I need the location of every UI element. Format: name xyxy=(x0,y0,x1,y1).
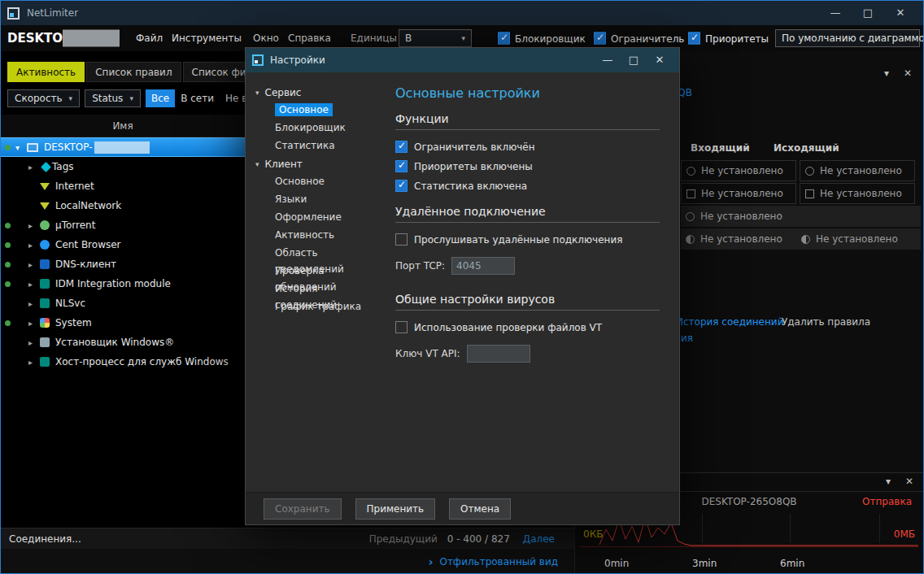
checkbox[interactable] xyxy=(395,141,408,153)
chevron-down-icon[interactable]: ▾ xyxy=(255,160,259,168)
nav-item-traffic-chart[interactable]: График трафика xyxy=(246,298,382,316)
collapse-panel-icon[interactable]: ▾ xyxy=(886,476,891,487)
nav-item-client-general[interactable]: Основное xyxy=(246,173,382,191)
netlimiter-logo-icon xyxy=(7,7,20,20)
menu-tools[interactable]: Инструменты xyxy=(172,33,242,44)
speed-dropdown[interactable]: Скорость ▾ xyxy=(7,89,80,107)
expander-right-icon[interactable]: ▸ xyxy=(28,299,40,308)
rule-cell-out[interactable]: Не установлено xyxy=(800,183,915,204)
layout-select[interactable]: По умолчанию с диаграммой ▾ xyxy=(775,29,920,47)
blocker-checkbox[interactable] xyxy=(498,33,510,45)
checkbox[interactable] xyxy=(395,160,408,172)
tree-row-tags[interactable]: ▸ Tags xyxy=(1,157,245,176)
checkbox[interactable] xyxy=(395,321,408,333)
filter-all-button[interactable]: Все xyxy=(146,89,175,107)
tree-row-svchost[interactable]: ▸ Хост-процесс для служб Windows xyxy=(1,352,245,372)
expander-right-icon[interactable]: ▸ xyxy=(28,241,40,250)
page-title: Основные настройки xyxy=(395,85,660,101)
rule-cell-in[interactable]: Не установлено xyxy=(681,160,796,181)
priorities-toggle[interactable]: Приоритеты xyxy=(688,33,769,45)
save-button[interactable]: Сохранить xyxy=(264,498,342,520)
tree-row-dns-client[interactable]: ▸ DNS-клиент xyxy=(1,254,245,274)
status-dropdown[interactable]: Status ▾ xyxy=(85,89,141,107)
connection-history-link[interactable]: История соединений xyxy=(676,316,783,328)
nav-item-languages[interactable]: Языки xyxy=(246,191,382,209)
delete-rules-link[interactable]: Удалить правила xyxy=(782,316,870,328)
units-select[interactable]: В ▾ xyxy=(399,29,472,47)
vt-key-input[interactable] xyxy=(467,345,530,363)
cancel-button[interactable]: Отмена xyxy=(449,498,511,520)
filter-online-button[interactable]: В сети xyxy=(175,89,220,107)
nav-item-updates[interactable]: Проверка обновлений xyxy=(246,263,382,280)
expander-down-icon[interactable]: ▾ xyxy=(15,143,27,152)
nav-item-blocker[interactable]: Блокировщик xyxy=(246,120,382,137)
priorities-enabled-row[interactable]: Приоритеты включены xyxy=(395,159,660,174)
checkbox[interactable] xyxy=(395,233,408,246)
close-panel-icon[interactable]: ✕ xyxy=(904,67,912,79)
apply-button[interactable]: Применить xyxy=(355,498,436,520)
nav-group-client[interactable]: ▾ Клиент xyxy=(246,155,382,173)
blocker-toggle[interactable]: Блокировщик xyxy=(498,33,586,45)
expander-right-icon[interactable]: ▸ xyxy=(28,338,40,347)
nav-item-connection-history[interactable]: История соединений xyxy=(246,280,382,298)
limiter-checkbox[interactable] xyxy=(594,33,606,45)
dialog-close-button[interactable]: ✕ xyxy=(647,48,673,72)
nav-item-stats[interactable]: Статистика xyxy=(246,137,382,155)
nav-group-service[interactable]: ▾ Сервис xyxy=(246,84,382,102)
checkbox[interactable] xyxy=(395,180,408,192)
dialog-titlebar[interactable]: Настройки — □ ✕ xyxy=(246,48,679,72)
tab-rule-list[interactable]: Список правил xyxy=(86,62,181,82)
tree-row-cent-browser[interactable]: ▸ Cent Browser xyxy=(1,235,245,254)
rule-cell-in[interactable]: Не установлено xyxy=(681,183,796,204)
menu-file[interactable]: Файл xyxy=(136,33,163,44)
close-panel-icon[interactable]: ✕ xyxy=(905,476,913,487)
expander-right-icon[interactable]: ▸ xyxy=(28,163,40,172)
tree-row-internet[interactable]: Internet xyxy=(1,176,245,196)
dialog-maximize-button[interactable]: □ xyxy=(621,48,647,72)
tree-row-system[interactable]: ▸ System xyxy=(1,313,245,333)
listen-remote-row[interactable]: Прослушивать удалённые подключения xyxy=(395,232,660,247)
limiter-toggle[interactable]: Ограничитель xyxy=(594,33,684,45)
filtered-view-link[interactable]: Отфильтрованный вид xyxy=(439,556,558,567)
tree-row-utorrent[interactable]: ▸ µTorrent xyxy=(1,215,245,235)
menu-help[interactable]: Справка xyxy=(288,33,331,44)
chevron-down-icon[interactable]: ▾ xyxy=(255,89,259,97)
priorities-checkbox[interactable] xyxy=(688,33,700,45)
expander-right-icon[interactable]: ▸ xyxy=(28,319,40,328)
dialog-minimize-button[interactable]: — xyxy=(595,48,621,72)
nav-item-appearance[interactable]: Оформление xyxy=(246,209,382,227)
tcp-port-input[interactable] xyxy=(451,257,515,275)
maximize-button[interactable]: □ xyxy=(852,1,884,25)
tree-row-nlsvc[interactable]: ▸ NLSvc xyxy=(1,294,245,313)
expander-right-icon[interactable]: ▸ xyxy=(28,221,40,230)
nav-item-activity[interactable]: Активность xyxy=(246,227,382,245)
tree-row-windows-installer[interactable]: ▸ Установщик Windows® xyxy=(1,333,245,352)
minimize-button[interactable]: — xyxy=(819,1,852,25)
expander-right-icon[interactable]: ▸ xyxy=(28,260,40,269)
rule-cell-in[interactable]: Не установлено xyxy=(681,233,796,245)
tree-row-localnetwork[interactable]: LocalNetwork xyxy=(1,196,245,215)
rule-cell-out[interactable]: Не установлено xyxy=(800,160,915,181)
limiter-enabled-row[interactable]: Ограничитель включён xyxy=(395,139,660,154)
redacted-box xyxy=(63,30,120,47)
truncated-link[interactable]: ия xyxy=(681,333,693,344)
expander-right-icon[interactable]: ▸ xyxy=(28,358,40,367)
prev-page-button[interactable]: Предыдущий xyxy=(369,533,438,545)
tree-row-desktop[interactable]: ▾ DESKTOP- xyxy=(1,137,245,157)
stats-enabled-row[interactable]: Статистика включена xyxy=(395,178,660,194)
tab-activity[interactable]: Активность xyxy=(7,62,85,82)
expander-right-icon[interactable]: ▸ xyxy=(28,280,40,289)
collapse-panel-icon[interactable]: ▾ xyxy=(884,67,889,79)
chevron-down-icon: ▾ xyxy=(129,94,133,102)
close-button[interactable]: ✕ xyxy=(884,1,917,25)
rule-cell-out[interactable]: Не установлено xyxy=(796,233,912,245)
rule-cell-in[interactable]: Не установлено xyxy=(681,211,796,222)
name-column-header[interactable]: Имя xyxy=(1,115,245,137)
module-icon xyxy=(40,279,50,289)
next-page-button[interactable]: Далее xyxy=(523,533,555,545)
nav-item-service-general[interactable]: Основное xyxy=(246,102,382,120)
tree-row-idm-module[interactable]: ▸ IDM Integration module xyxy=(1,274,245,294)
menu-window[interactable]: Окно xyxy=(253,33,279,44)
nav-item-tray[interactable]: Область уведомлений xyxy=(246,245,382,263)
vt-check-row[interactable]: Использование проверки файлов VT xyxy=(395,320,660,335)
